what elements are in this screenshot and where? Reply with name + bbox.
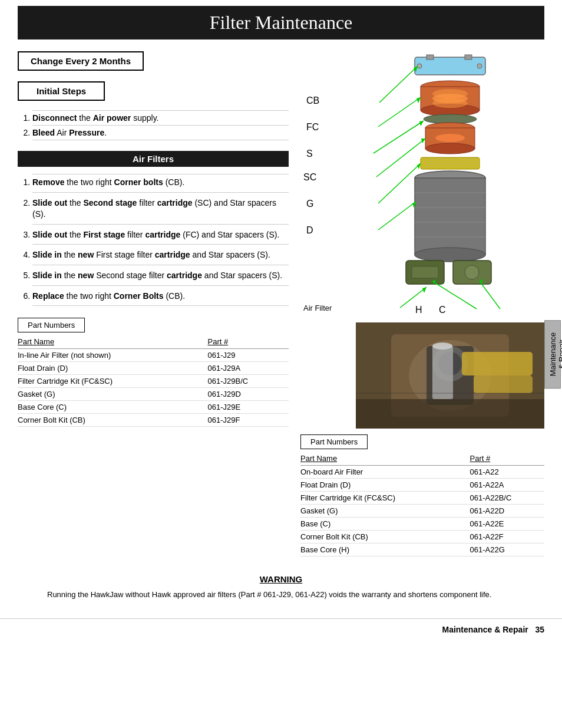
- part-number: 061-J29B/C: [208, 375, 289, 388]
- page-title-bar: Filter Maintenance: [18, 6, 544, 39]
- part-number: 061-J29: [208, 349, 289, 362]
- part-name: Float Drain (D): [300, 479, 470, 492]
- photo-area: [356, 322, 544, 429]
- part-number: 061-A22F: [470, 531, 544, 543]
- svg-line-42: [378, 202, 416, 230]
- warning-text: Running the HawkJaw without Hawk approve…: [47, 589, 515, 601]
- part-name: Filter Cartridge Kit (FC&SC): [18, 375, 208, 388]
- part-number: 061-J29D: [208, 388, 289, 401]
- left-column: Change Every 2 Months Initial Steps Disc…: [18, 51, 289, 556]
- svg-point-15: [435, 134, 465, 142]
- label-d: D: [306, 225, 313, 236]
- pressure-bold: Pressure: [69, 128, 104, 137]
- table-row: Base Core (C)061-J29E: [18, 401, 289, 414]
- page-title: Filter Maintenance: [210, 12, 353, 33]
- warning-title: WARNING: [47, 574, 515, 584]
- left-parts-heading-box: Part Numbers: [18, 318, 85, 332]
- part-name: Base (C): [300, 518, 470, 531]
- table-row: In-line Air Filter (not shown)061-J29: [18, 349, 289, 362]
- svg-point-59: [432, 342, 452, 350]
- table-row: Gasket (G)061-J29D: [18, 388, 289, 401]
- page-number: 35: [535, 625, 544, 634]
- right-col-part-name: Part Name: [300, 454, 470, 466]
- disconnect-bold: Disconnect: [32, 113, 77, 123]
- warning-section: WARNING Running the HawkJaw without Hawk…: [0, 562, 562, 612]
- initial-steps-box: Initial Steps: [18, 81, 105, 101]
- table-row: Float Drain (D)061-J29A: [18, 362, 289, 375]
- left-parts-section: Part Numbers Part Name Part # In-line Ai…: [18, 318, 289, 427]
- col-part-number: Part #: [208, 337, 289, 349]
- list-item: Slide in the new Second stage filter car…: [32, 268, 289, 286]
- part-name: In-line Air Filter (not shown): [18, 349, 208, 362]
- part-name: Filter Cartridge Kit (FC&SC): [300, 492, 470, 505]
- page-footer: Maintenance & Repair 35: [0, 618, 562, 640]
- table-row: On-board Air Filter061-A22: [300, 466, 544, 479]
- part-name: Gasket (G): [300, 505, 470, 518]
- svg-rect-1: [427, 55, 434, 60]
- list-item: Disconnect the Air power supply.: [32, 110, 289, 126]
- svg-point-31: [465, 265, 479, 279]
- table-row: Base (C)061-A22E: [300, 518, 544, 531]
- part-name: Base Core (C): [18, 401, 208, 414]
- list-item: Replace the two right Corner Bolts (CB).: [32, 288, 289, 307]
- part-number: 061-A22B/C: [470, 492, 544, 505]
- right-col-part-number: Part #: [470, 454, 544, 466]
- label-g: G: [306, 199, 313, 209]
- label-fc: FC: [306, 122, 319, 133]
- part-number: 061-A22A: [470, 479, 544, 492]
- label-s: S: [306, 149, 313, 159]
- footer-text: Maintenance & Repair: [442, 625, 528, 634]
- right-parts-table: Part Name Part # On-board Air Filter061-…: [300, 454, 544, 556]
- change-box: Change Every 2 Months: [18, 51, 144, 71]
- svg-rect-2: [465, 55, 472, 60]
- svg-rect-58: [432, 346, 453, 399]
- part-number: 061-A22G: [470, 543, 544, 556]
- svg-marker-37: [419, 121, 424, 126]
- table-row: Gasket (G)061-A22D: [300, 505, 544, 518]
- svg-line-40: [378, 163, 421, 203]
- part-name: Gasket (G): [18, 388, 208, 401]
- svg-line-38: [376, 139, 425, 177]
- svg-point-10: [432, 98, 468, 108]
- svg-rect-0: [415, 57, 485, 75]
- part-number: 061-J29F: [208, 414, 289, 427]
- part-number: 061-J29E: [208, 401, 289, 414]
- list-item: Slide in the new First stage filter cart…: [32, 247, 289, 265]
- part-number: 061-A22E: [470, 518, 544, 531]
- air-filters-heading: Air Filters: [18, 151, 289, 167]
- svg-rect-22: [415, 178, 485, 255]
- svg-point-14: [425, 143, 475, 154]
- part-number: 061-A22: [470, 466, 544, 479]
- svg-rect-29: [412, 266, 438, 278]
- side-tab-text: Maintenance& Repair: [548, 332, 562, 376]
- right-parts-heading-box: Part Numbers: [300, 434, 368, 449]
- part-name: On-board Air Filter: [300, 466, 470, 479]
- label-air-filter: Air Filter: [303, 304, 332, 312]
- svg-line-34: [378, 97, 421, 127]
- svg-rect-56: [462, 352, 533, 375]
- col-part-name: Part Name: [18, 337, 208, 349]
- label-cb: CB: [306, 95, 319, 106]
- list-item: Slide out the Second stage filter cartri…: [32, 195, 289, 225]
- table-row: Filter Cartridge Kit (FC&SC)061-A22B/C: [300, 492, 544, 505]
- svg-line-36: [373, 121, 424, 153]
- svg-rect-57: [474, 375, 533, 393]
- table-row: Filter Cartridge Kit (FC&SC)061-J29B/C: [18, 375, 289, 388]
- svg-rect-61: [356, 399, 544, 429]
- list-item: Slide out the First stage filter cartrid…: [32, 227, 289, 245]
- left-parts-table: Part Name Part # In-line Air Filter (not…: [18, 337, 289, 427]
- part-name: Corner Bolt Kit (CB): [18, 414, 208, 427]
- footer-label: Maintenance & Repair 35: [442, 625, 544, 634]
- part-number: 061-A22D: [470, 505, 544, 518]
- svg-point-9: [432, 89, 468, 98]
- table-row: Base Core (H)061-A22G: [300, 543, 544, 556]
- list-item: Remove the two right Corner bolts (CB).: [32, 174, 289, 193]
- filter-diagram-svg: [356, 51, 544, 317]
- svg-line-44: [400, 287, 427, 308]
- right-parts-section: Part Numbers Part Name Part # On-board A…: [300, 434, 544, 556]
- svg-point-3: [417, 64, 422, 68]
- right-column: CB FC S SC G D Air Filter H C: [300, 51, 544, 556]
- svg-marker-41: [417, 163, 421, 169]
- table-row: Float Drain (D)061-A22A: [300, 479, 544, 492]
- left-parts-heading: Part Numbers: [28, 321, 75, 330]
